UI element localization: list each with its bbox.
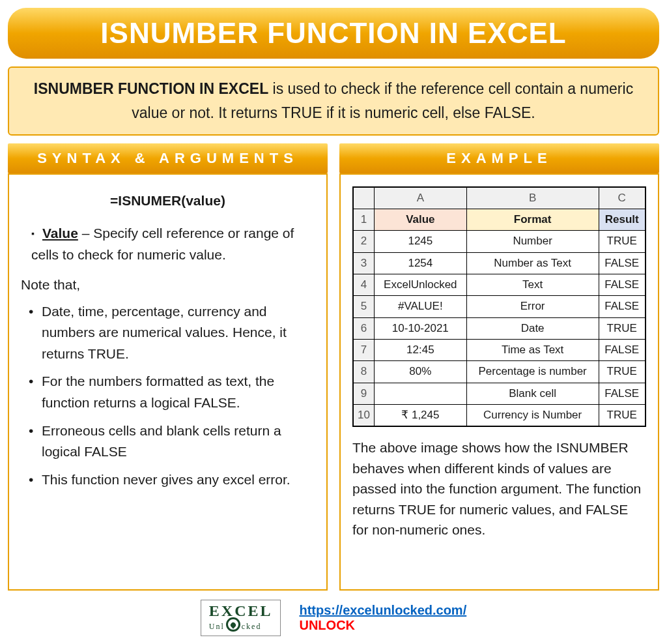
row-num: 3 [353,252,374,274]
cell-format: Percentage is number [466,361,599,383]
table-row: 880%Percentage is numberTRUE [353,361,646,383]
cell-format: Number as Text [466,252,599,274]
example-column: EXAMPLE A B C 1 Value Format Result 2124… [339,143,659,591]
cell-result: FALSE [599,252,646,274]
cell-format: Currency is Number [466,405,599,427]
row-num: 2 [353,231,374,252]
row-num: 5 [353,296,374,317]
col-label-a: A [374,187,466,209]
footer: EXCEL Unlcked https://excelunlocked.com/… [8,600,659,636]
cell-format: Error [466,296,599,317]
syntax-column: SYNTAX & ARGUMENTS =ISNUMER(value) Value… [8,143,328,591]
logo: EXCEL Unlcked [201,600,281,636]
row-num: 6 [353,317,374,339]
table-row: 31254Number as TextFALSE [353,252,646,274]
cell-result: TRUE [599,231,646,252]
example-panel: A B C 1 Value Format Result 21245NumberT… [339,173,659,591]
row-num: 9 [353,383,374,404]
example-table: A B C 1 Value Format Result 21245NumberT… [352,186,646,428]
cell-result: TRUE [599,361,646,383]
note-item: This function never gives any excel erro… [29,469,315,491]
x-letter: X [221,602,234,619]
cell-result: FALSE [599,383,646,404]
logo-sub-text: Unlcked [209,617,273,632]
header-format: Format [466,209,599,230]
footer-unlock: UNLOCK [299,618,355,632]
cell-value: ExcelUnlocked [374,274,466,295]
note-item: Date, time, percentage, currency and num… [29,301,315,365]
table-row: 9Blank cellFALSE [353,383,646,404]
footer-links: https://excelunlocked.com/ UNLOCK [299,603,466,633]
table-row: 712:45Time as TextFALSE [353,340,646,361]
cell-format: Text [466,274,599,295]
logo-text-wrap: EXCEL Unlcked [209,604,273,632]
table-row: 610-10-2021DateTRUE [353,317,646,339]
argument-name: Value [42,226,78,241]
row-num: 1 [353,209,374,230]
cell-result: TRUE [599,317,646,339]
cell-value: ₹ 1,245 [374,405,466,427]
cell-format: Blank cell [466,383,599,404]
syntax-panel: =ISNUMER(value) Value – Specify cell ref… [8,173,328,591]
table-row: 4ExcelUnlockedTextFALSE [353,274,646,295]
cell-result: FALSE [599,296,646,317]
cell-value: 12:45 [374,340,466,361]
header-value: Value [374,209,466,230]
cell-value: 80% [374,361,466,383]
argument-item: Value – Specify cell reference or range … [26,223,315,265]
cell-value [374,383,466,404]
cell-result: FALSE [599,340,646,361]
cell-format: Time as Text [466,340,599,361]
table-row: 10₹ 1,245Currency is NumberTRUE [353,405,646,427]
note-item: Erroneous cells and blank cells return a… [29,420,315,463]
cell-result: TRUE [599,405,646,427]
example-caption: The above image shows how the ISNUMBER b… [352,437,646,540]
cell-result: FALSE [599,274,646,295]
description-box: ISNUMBER FUNCTION IN EXCEL is used to ch… [8,66,659,136]
col-label-b: B [466,187,599,209]
cell-value: 1245 [374,231,466,252]
row-num: 4 [353,274,374,295]
argument-list: Value – Specify cell reference or range … [21,223,315,265]
cell-value: 10-10-2021 [374,317,466,339]
cell-format: Number [466,231,599,252]
note-item: For the numbers formatted as text, the f… [29,371,315,413]
lock-icon [226,617,240,632]
example-header: EXAMPLE [339,143,659,173]
col-label-c: C [599,187,646,209]
corner-cell [353,187,374,209]
notes-list: Date, time, percentage, currency and num… [21,301,315,490]
cell-value: #VALUE! [374,296,466,317]
two-column-layout: SYNTAX & ARGUMENTS =ISNUMER(value) Value… [8,143,659,591]
page-title: ISNUMBER FUNCTION IN EXCEL [100,17,566,49]
header-result: Result [599,209,646,230]
col-label-row: A B C [353,187,646,209]
cell-value: 1254 [374,252,466,274]
table-row: 5#VALUE!ErrorFALSE [353,296,646,317]
table-row: 21245NumberTRUE [353,231,646,252]
logo-main-text: EXCEL [209,602,273,619]
row-num: 7 [353,340,374,361]
title-banner: ISNUMBER FUNCTION IN EXCEL [8,8,659,59]
description-lead: ISNUMBER FUNCTION IN EXCEL [34,80,268,97]
row-num: 10 [353,405,374,427]
cell-format: Date [466,317,599,339]
footer-url[interactable]: https://excelunlocked.com/ [299,603,466,617]
note-label: Note that, [21,274,315,296]
syntax-header: SYNTAX & ARGUMENTS [8,143,328,173]
header-row: 1 Value Format Result [353,209,646,230]
formula-text: =ISNUMER(value) [21,190,315,212]
row-num: 8 [353,361,374,383]
